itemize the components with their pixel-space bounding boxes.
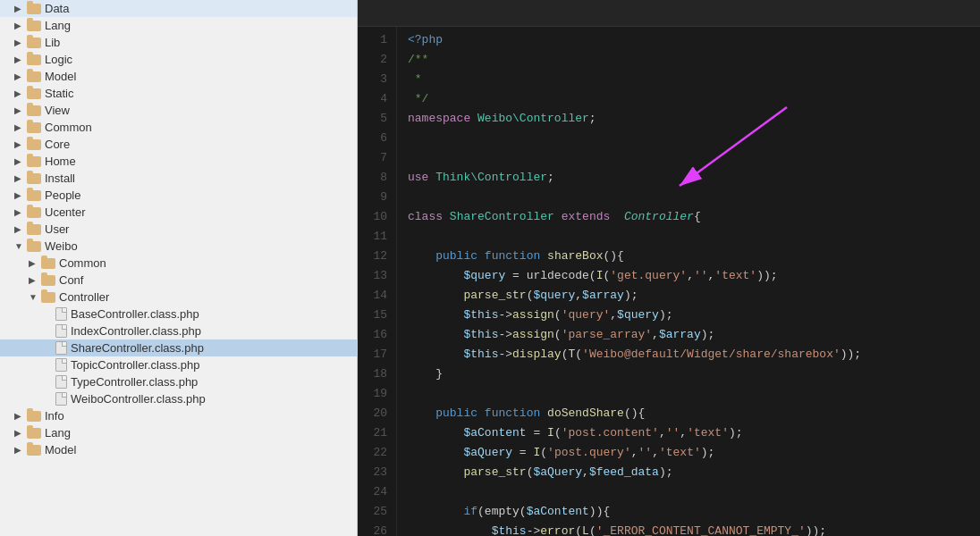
sidebar-item-lang-top[interactable]: Lang <box>0 17 357 34</box>
line-number-22: 22 <box>363 443 387 463</box>
line-number-7: 7 <box>363 148 387 168</box>
sidebar-label-ucenter: Ucenter <box>45 205 357 219</box>
tree-arrow-ucenter <box>14 207 27 217</box>
sidebar-label-IndexController: IndexController.class.php <box>71 324 357 338</box>
code-line-2: /** <box>408 50 980 70</box>
sidebar-label-lib: Lib <box>45 36 357 49</box>
tree-arrow-install <box>14 173 27 183</box>
file-icon-BaseController <box>55 307 67 321</box>
sidebar-item-home[interactable]: Home <box>0 153 357 170</box>
line-number-13: 13 <box>363 266 387 286</box>
tree-arrow-home <box>14 156 27 166</box>
code-line-14: parse_str($query,$array); <box>408 286 980 306</box>
line-number-16: 16 <box>363 325 387 345</box>
sidebar-item-lang[interactable]: Lang <box>0 424 357 441</box>
folder-icon-conf <box>41 275 55 286</box>
sidebar-item-lib[interactable]: Lib <box>0 34 357 51</box>
folder-icon-controller <box>41 292 55 303</box>
code-line-22: $aQuery = I('post.query','','text'); <box>408 443 980 463</box>
code-line-4: */ <box>408 89 980 109</box>
tree-arrow-logic <box>14 54 27 64</box>
sidebar-item-common-top[interactable]: Common <box>0 119 357 136</box>
tree-arrow-model <box>14 445 27 455</box>
tree-arrow-people <box>14 190 27 200</box>
code-line-24 <box>408 482 980 502</box>
sidebar-item-common-weibo[interactable]: Common <box>0 255 357 272</box>
tree-arrow-weibo <box>14 241 27 251</box>
sidebar-label-ShareController: ShareController.class.php <box>71 341 357 355</box>
folder-icon-static <box>27 88 41 99</box>
sidebar-item-view[interactable]: View <box>0 102 357 119</box>
sidebar-label-TopicController: TopicController.class.php <box>71 358 357 372</box>
line-number-11: 11 <box>363 227 387 247</box>
line-number-26: 26 <box>363 522 387 536</box>
sidebar-item-logic[interactable]: Logic <box>0 51 357 68</box>
code-container[interactable]: 1234567891011121314151617181920212223242… <box>358 27 980 536</box>
sidebar-item-core[interactable]: Core <box>0 136 357 153</box>
code-line-20: public function doSendShare(){ <box>408 404 980 423</box>
file-icon-WeiboController <box>55 392 67 406</box>
folder-icon-home <box>27 156 41 167</box>
sidebar-label-model-top: Model <box>45 70 357 83</box>
line-number-21: 21 <box>363 423 387 443</box>
tree-arrow-common-top <box>14 122 27 132</box>
sidebar-item-IndexController[interactable]: IndexController.class.php <box>0 322 357 339</box>
sidebar-item-ucenter[interactable]: Ucenter <box>0 204 357 221</box>
code-line-18: } <box>408 364 980 384</box>
line-number-4: 4 <box>363 89 387 109</box>
folder-icon-lib <box>27 38 41 48</box>
folder-icon-data <box>27 4 41 14</box>
code-content[interactable]: <?php/** * */namespace Weibo\Controller;… <box>397 27 980 536</box>
sidebar-item-controller[interactable]: Controller <box>0 289 357 306</box>
folder-icon-people <box>27 190 41 201</box>
sidebar-item-TypeController[interactable]: TypeController.class.php <box>0 373 357 390</box>
sidebar-label-common-weibo: Common <box>59 256 357 270</box>
sidebar-item-BaseController[interactable]: BaseController.class.php <box>0 306 357 322</box>
line-number-9: 9 <box>363 188 387 207</box>
code-line-16: $this->assign('parse_array',$array); <box>408 325 980 345</box>
sidebar-label-WeiboController: WeiboController.class.php <box>71 392 357 406</box>
sidebar-item-static[interactable]: Static <box>0 85 357 102</box>
sidebar-item-model-top[interactable]: Model <box>0 68 357 85</box>
sidebar-item-data[interactable]: Data <box>0 0 357 17</box>
sidebar-item-people[interactable]: People <box>0 187 357 204</box>
line-number-1: 1 <box>363 30 387 50</box>
sidebar-item-model[interactable]: Model <box>0 441 357 458</box>
line-number-19: 19 <box>363 384 387 404</box>
sidebar-item-ShareController[interactable]: ShareController.class.php <box>0 339 357 356</box>
line-number-6: 6 <box>363 129 387 148</box>
sidebar-label-logic: Logic <box>45 53 357 66</box>
tree-arrow-core <box>14 139 27 149</box>
tree-arrow-static <box>14 88 27 98</box>
code-line-26: $this->error(L('_ERROR_CONTENT_CANNOT_EM… <box>408 522 980 536</box>
file-icon-TypeController <box>55 375 67 389</box>
line-number-8: 8 <box>363 168 387 188</box>
tree-arrow-info <box>14 411 27 421</box>
sidebar-item-info[interactable]: Info <box>0 407 357 424</box>
file-icon-IndexController <box>55 324 67 338</box>
code-line-10: class ShareController extends Controller… <box>408 207 980 227</box>
sidebar-label-model: Model <box>45 443 357 456</box>
sidebar-item-install[interactable]: Install <box>0 170 357 187</box>
code-line-11 <box>408 227 980 247</box>
code-editor: 1234567891011121314151617181920212223242… <box>358 0 980 536</box>
tree-arrow-data <box>14 4 27 13</box>
folder-icon-model-top <box>27 71 41 82</box>
sidebar-item-conf[interactable]: Conf <box>0 272 357 289</box>
folder-icon-ucenter <box>27 207 41 218</box>
sidebar-item-WeiboController[interactable]: WeiboController.class.php <box>0 390 357 407</box>
sidebar-item-weibo[interactable]: Weibo <box>0 238 357 255</box>
folder-icon-weibo <box>27 241 41 252</box>
tree-arrow-controller <box>29 292 41 302</box>
sidebar-item-user[interactable]: User <box>0 221 357 238</box>
line-number-5: 5 <box>363 109 387 129</box>
tree-arrow-model-top <box>14 71 27 81</box>
line-number-2: 2 <box>363 50 387 70</box>
sidebar-label-lang-top: Lang <box>45 19 357 32</box>
line-number-18: 18 <box>363 364 387 384</box>
code-line-9 <box>408 188 980 207</box>
line-number-23: 23 <box>363 463 387 482</box>
sidebar-item-TopicController[interactable]: TopicController.class.php <box>0 356 357 373</box>
folder-icon-common-top <box>27 122 41 133</box>
line-number-17: 17 <box>363 345 387 364</box>
